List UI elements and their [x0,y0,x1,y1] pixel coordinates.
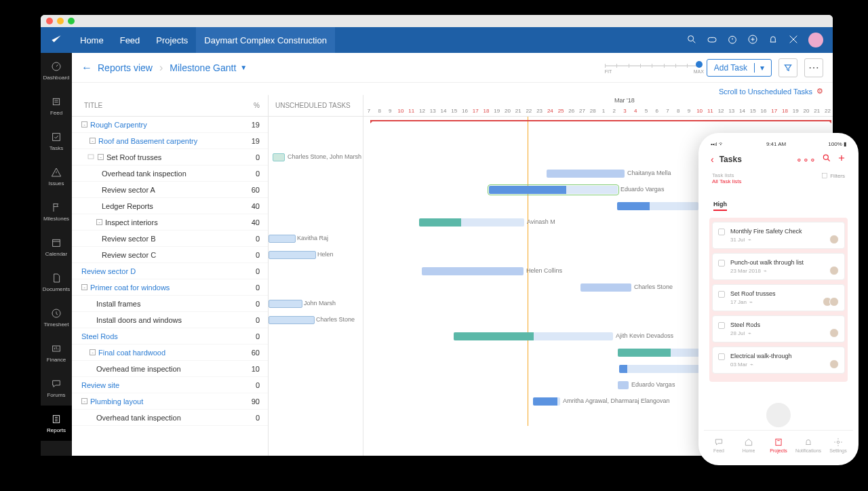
filter-icon[interactable] [778,58,797,77]
sidenav-forums[interactable]: Forums [41,370,72,406]
collapse-icon[interactable]: - [96,219,102,225]
sidenav-finance[interactable]: Finance [41,335,72,370]
task-row[interactable]: Install frames0 [72,296,268,312]
back-arrow-icon[interactable]: ← [81,62,92,74]
collapse-icon[interactable]: - [98,154,104,160]
task-row[interactable]: -Rough Carpentry19 [72,117,268,133]
task-row[interactable]: Overhead tank inspection0 [72,410,268,426]
task-row[interactable]: Install doors and windows0 [72,312,268,328]
timer-icon[interactable] [727,34,738,47]
sidenav-issues[interactable]: Issues [41,159,72,194]
sidenav-milestones[interactable]: Milestones [41,194,72,229]
sidenav-dashboard[interactable]: Dashboard [41,53,72,88]
svg-point-15 [837,441,840,444]
gamepad-icon[interactable] [707,34,717,47]
task-row[interactable]: -Final coat hardwood60 [72,345,268,361]
home-indicator [766,403,791,427]
phone-section: High [709,194,848,214]
task-row[interactable]: Overhead time inspection10 [72,361,268,377]
checkbox[interactable] [718,229,725,235]
sidenav-documents[interactable]: Documents [41,264,72,300]
more-icon[interactable]: ∘∘∘ [796,154,816,165]
svg-point-12 [823,155,828,159]
task-row[interactable]: -Plumbing layout90 [72,393,268,410]
nav-home[interactable]: Home [72,27,112,53]
task-row[interactable]: Overhead tank inspection0 [72,165,268,182]
chevron-down-icon[interactable]: ▾ [754,63,764,73]
phone-task-card[interactable]: Electrical walk-through03 Mar ⌁ [712,347,845,374]
svg-rect-11 [88,155,94,159]
phone-subheader: Filters Task lists All Task lists [704,170,853,187]
nav-feed[interactable]: Feed [112,27,149,53]
bell-icon[interactable] [768,34,778,47]
chevron-right-icon: › [159,62,163,74]
checkbox[interactable] [718,322,725,329]
task-row[interactable]: -Inspect interiors40 [72,214,268,231]
task-row[interactable]: -Primer coat for windows0 [72,279,268,296]
user-avatar[interactable] [808,33,823,47]
toolbar: ← Reports view › Milestone Gantt ▼ FIT M… [72,53,833,83]
task-row[interactable]: -Roof and Basement carpentry19 [72,133,268,149]
checkbox[interactable] [718,291,725,298]
sidenav-reports[interactable]: Reports [41,406,72,441]
breadcrumb-current[interactable]: Milestone Gantt ▼ [170,62,247,73]
close-dot[interactable] [46,18,53,24]
app-logo[interactable] [41,33,72,47]
add-icon[interactable] [747,34,758,47]
col-unscheduled: UNSCHEDULED TASKS [269,95,363,117]
chevron-down-icon: ▼ [240,64,247,71]
back-icon[interactable]: ‹ [711,154,714,165]
col-pct: % [241,102,268,109]
add-task-button[interactable]: Add Task ▾ [707,59,772,77]
phone-task-card[interactable]: Steel Rods28 Jul ⌁ [712,315,845,342]
col-title: TITLE [72,102,241,109]
breadcrumb-reports[interactable]: Reports view [98,62,153,73]
phone-tab-feed[interactable]: Feed [704,431,734,460]
collapse-icon[interactable]: - [90,138,96,144]
sidenav-tasks[interactable]: Tasks [41,123,72,159]
task-row[interactable]: Review sector A60 [72,182,268,198]
phone-tabbar: FeedHomeProjectsNotificationsSettings [704,430,853,460]
nav-projects[interactable]: Projects [148,27,196,53]
collapse-icon[interactable]: - [81,121,87,127]
collapse-icon[interactable]: - [90,349,96,355]
task-row[interactable]: Ledger Reports40 [72,198,268,214]
checkbox[interactable] [718,353,725,360]
tools-icon[interactable] [788,34,799,47]
tasklist-selector[interactable]: All Task lists [712,178,845,184]
task-row[interactable]: Review sector C0 [72,247,268,263]
phone-tab-projects[interactable]: Projects [764,431,793,460]
phone-task-card[interactable]: Punch-out walk through list23 Mar 2018 ⌁ [712,253,845,280]
min-dot[interactable] [57,18,64,24]
task-column: TITLE % -Rough Carpentry19-Roof and Base… [72,95,269,456]
phone-tab-notifications[interactable]: Notifications [793,431,823,460]
filters-button[interactable]: Filters [821,172,845,179]
search-icon[interactable] [686,34,697,47]
phone-header: ‹ Tasks ∘∘∘ [704,149,853,170]
sidenav-calendar[interactable]: Calendar [41,229,72,264]
task-row[interactable]: Steel Rods0 [72,328,268,345]
sidenav-feed[interactable]: Feed [41,88,72,123]
more-icon[interactable]: ⋯ [804,58,823,77]
zoom-slider[interactable]: FIT MAX [605,60,700,76]
phone-tab-home[interactable]: Home [734,431,764,460]
collapse-icon[interactable]: - [81,398,87,404]
collapse-icon[interactable]: - [81,284,87,290]
month-label: Mar '18 [614,97,635,104]
sidenav-timesheet[interactable]: Timesheet [41,300,72,335]
task-row[interactable]: Review site0 [72,377,268,393]
chart-header: Mar '18 78910111213141516171819202122232… [363,95,833,117]
task-row[interactable]: Review sector B0 [72,231,268,247]
search-icon[interactable] [822,153,831,165]
svg-rect-6 [53,133,60,140]
add-icon[interactable] [837,153,846,165]
max-dot[interactable] [68,18,75,24]
phone-statusbar: ••ıl ᯤ 9:41 AM 100% ▮ [704,138,853,149]
checkbox[interactable] [718,260,725,267]
nav-project-current[interactable]: Daymart Complex Construction [196,27,335,53]
phone-tab-settings[interactable]: Settings [823,431,853,460]
phone-task-card[interactable]: Monthly Fire Safety Check31 Jul ⌁ [712,222,845,249]
task-row[interactable]: -Set Roof trusses0 [72,149,268,165]
task-row[interactable]: Review sector D0 [72,263,268,279]
phone-task-card[interactable]: Set Roof trusses17 Jan ⌁ [712,284,845,311]
